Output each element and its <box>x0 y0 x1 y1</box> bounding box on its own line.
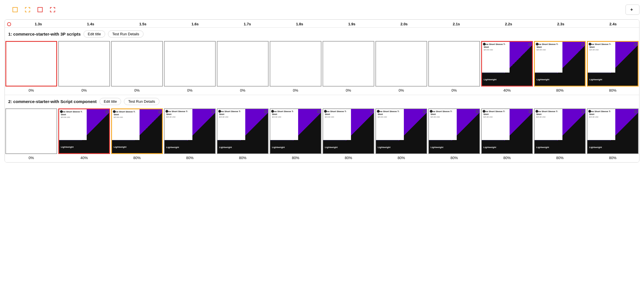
legend-items <box>5 7 57 12</box>
frame-cell-2-0 <box>5 108 58 155</box>
legend-item-lcp-layout-shift <box>50 7 57 12</box>
frame-wrapper-1-11[interactable]: New Short Sleeve T-Shirt $25.99 USD Ligh… <box>587 41 639 87</box>
frame-cell-2-11: New Short Sleeve T-Shirt $25.99 USD Ligh… <box>586 108 639 155</box>
legend-item-visual-change-layout-shift <box>25 7 32 12</box>
frame-wrapper-1-4[interactable] <box>217 41 269 87</box>
edit-title-button-1[interactable]: Edit title <box>84 30 105 38</box>
pct-cell-2-6: 80% <box>322 156 375 160</box>
section-2: 2: commerce-starter-with Script componen… <box>5 95 639 162</box>
frame-cell-2-3: New Short Sleeve T-Shirt $25.99 USD Ligh… <box>163 108 216 155</box>
timeline-label-1.8s: 1.8s <box>273 22 326 26</box>
frame-cell-2-9: New Short Sleeve T-Shirt $25.99 USD Ligh… <box>481 108 533 155</box>
timeline-label-1.6s: 1.6s <box>169 22 221 26</box>
plus-icon: + <box>630 7 633 12</box>
frame-wrapper-1-9[interactable]: New Short Sleeve T-Shirt $25.99 USD Ligh… <box>481 41 533 87</box>
frame-wrapper-1-6[interactable] <box>323 41 374 87</box>
frame-cell-1-2 <box>111 40 163 87</box>
legend-box-yellow <box>13 7 18 12</box>
frame-cell-1-7 <box>375 40 428 87</box>
legend-box-yellow-dashed <box>25 7 30 12</box>
frame-wrapper-2-6[interactable]: New Short Sleeve T-Shirt $25.99 USD Ligh… <box>323 108 374 154</box>
test-run-details-button-2[interactable]: Test Run Details <box>124 98 159 105</box>
frame-cell-1-8 <box>428 40 481 87</box>
timeline-label-2.1s: 2.1s <box>430 22 483 26</box>
frame-wrapper-1-1[interactable] <box>58 41 110 87</box>
frame-wrapper-1-5[interactable] <box>270 41 321 87</box>
edit-title-button-2[interactable]: Edit title <box>99 98 121 105</box>
frame-cell-2-1: New Short Sleeve T-Shirt $25.99 USD Ligh… <box>58 108 111 155</box>
pct-cell-1-10: 80% <box>533 88 586 93</box>
frame-cell-2-2: New Short Sleeve T-Shirt $25.99 USD Ligh… <box>111 108 163 155</box>
timeline-label-2.4s: 2.4s <box>587 22 639 26</box>
frame-wrapper-2-5[interactable]: New Short Sleeve T-Shirt $25.99 USD Ligh… <box>270 108 321 154</box>
section-title-2: 2: commerce-starter-with Script componen… <box>8 99 97 104</box>
pct-cell-2-4: 80% <box>216 156 269 160</box>
pct-cell-2-10: 80% <box>533 156 586 160</box>
legend-box-red-dashed <box>50 7 55 12</box>
timeline-row: 1.3s1.4s1.5s1.6s1.7s1.8s1.9s2.0s2.1s2.2s… <box>5 20 639 28</box>
frame-wrapper-1-10[interactable]: New Short Sleeve T-Shirt $25.99 USD Ligh… <box>534 41 586 87</box>
frame-wrapper-2-4[interactable]: New Short Sleeve T-Shirt $25.99 USD Ligh… <box>217 108 269 154</box>
frame-wrapper-2-7[interactable]: New Short Sleeve T-Shirt $25.99 USD Ligh… <box>375 108 427 154</box>
frame-wrapper-1-0[interactable] <box>5 41 57 87</box>
frame-cell-2-7: New Short Sleeve T-Shirt $25.99 USD Ligh… <box>375 108 428 155</box>
frame-cell-1-9: New Short Sleeve T-Shirt $25.99 USD Ligh… <box>481 40 533 87</box>
sections-container: 1: commerce-starter-with 3P scriptsEdit … <box>5 28 639 162</box>
pct-cell-1-1: 0% <box>58 88 111 93</box>
pct-cell-2-0: 0% <box>5 156 58 160</box>
pct-cell-2-3: 80% <box>163 156 216 160</box>
timeline-label-1.7s: 1.7s <box>221 22 273 26</box>
timeline-label-2.3s: 2.3s <box>535 22 587 26</box>
frame-wrapper-2-11[interactable]: New Short Sleeve T-Shirt $25.99 USD Ligh… <box>587 108 639 154</box>
frame-cell-2-8: New Short Sleeve T-Shirt $25.99 USD Ligh… <box>428 108 481 155</box>
section-title-1: 1: commerce-starter-with 3P scripts <box>8 32 81 36</box>
frame-wrapper-1-8[interactable] <box>428 41 480 87</box>
legend-item-lcp <box>38 7 44 12</box>
frame-cell-1-1 <box>58 40 111 87</box>
frame-wrapper-2-0[interactable] <box>5 108 57 154</box>
pct-cell-2-8: 80% <box>428 156 481 160</box>
frame-wrapper-2-1[interactable]: New Short Sleeve T-Shirt $25.99 USD Ligh… <box>58 108 110 154</box>
adjust-filmstrip-button[interactable]: + <box>626 5 639 15</box>
frame-cell-2-5: New Short Sleeve T-Shirt $25.99 USD Ligh… <box>269 108 322 155</box>
pct-cell-1-2: 0% <box>111 88 163 93</box>
pct-cell-1-5: 0% <box>269 88 322 93</box>
frame-wrapper-2-8[interactable]: New Short Sleeve T-Shirt $25.99 USD Ligh… <box>428 108 480 154</box>
frame-wrapper-2-9[interactable]: New Short Sleeve T-Shirt $25.99 USD Ligh… <box>481 108 533 154</box>
legend-box-red <box>38 7 43 12</box>
pct-cell-1-3: 0% <box>163 88 216 93</box>
filmstrip-container: 1.3s1.4s1.5s1.6s1.7s1.8s1.9s2.0s2.1s2.2s… <box>5 19 639 163</box>
pct-cell-1-11: 80% <box>586 88 639 93</box>
frame-cell-1-11: New Short Sleeve T-Shirt $25.99 USD Ligh… <box>586 40 639 87</box>
frame-wrapper-2-2[interactable]: New Short Sleeve T-Shirt $25.99 USD Ligh… <box>111 108 163 154</box>
timeline-label-1.5s: 1.5s <box>117 22 169 26</box>
pct-cell-2-9: 80% <box>481 156 533 160</box>
frame-wrapper-1-2[interactable] <box>111 41 163 87</box>
timeline-label-1.3s: 1.3s <box>12 22 65 26</box>
timeline-label-1.9s: 1.9s <box>326 22 378 26</box>
timeline-label-2.0s: 2.0s <box>378 22 430 26</box>
legend-bar: + <box>5 5 639 15</box>
frame-wrapper-1-3[interactable] <box>164 41 216 87</box>
frames-row-2: New Short Sleeve T-Shirt $25.99 USD Ligh… <box>5 108 639 155</box>
frames-row-1: New Short Sleeve T-Shirt $25.99 USD Ligh… <box>5 40 639 87</box>
timeline-labels: 1.3s1.4s1.5s1.6s1.7s1.8s1.9s2.0s2.1s2.2s… <box>11 22 639 26</box>
pct-cell-1-4: 0% <box>216 88 269 93</box>
pct-cell-1-9: 40% <box>481 88 533 93</box>
pct-cell-2-7: 80% <box>375 156 428 160</box>
section-header-1: 1: commerce-starter-with 3P scriptsEdit … <box>5 28 639 40</box>
pct-cell-2-11: 80% <box>586 156 639 160</box>
frame-cell-2-4: New Short Sleeve T-Shirt $25.99 USD Ligh… <box>216 108 269 155</box>
frame-cell-1-6 <box>322 40 375 87</box>
frame-cell-2-6: New Short Sleeve T-Shirt $25.99 USD Ligh… <box>322 108 375 155</box>
test-run-details-button-1[interactable]: Test Run Details <box>108 30 144 38</box>
frame-cell-1-4 <box>216 40 269 87</box>
frame-wrapper-1-7[interactable] <box>375 41 427 87</box>
frame-cell-1-5 <box>269 40 322 87</box>
timeline-dot <box>7 22 11 26</box>
frame-wrapper-2-10[interactable]: New Short Sleeve T-Shirt $25.99 USD Ligh… <box>534 108 586 154</box>
section-header-2: 2: commerce-starter-with Script componen… <box>5 95 639 108</box>
pct-cell-2-2: 80% <box>111 156 163 160</box>
frame-wrapper-2-3[interactable]: New Short Sleeve T-Shirt $25.99 USD Ligh… <box>164 108 216 154</box>
timeline-label-2.2s: 2.2s <box>482 22 535 26</box>
